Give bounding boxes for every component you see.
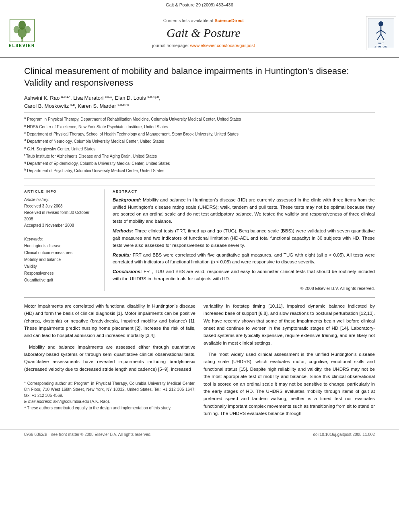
body-left-para1: Motor impairments are correlated with fu… — [24, 302, 195, 339]
article-info-abstract-section: ARTICLE INFO Article history: Received 3… — [24, 185, 375, 291]
journal-logo-section: GAIT & POSTURE — [363, 9, 399, 57]
affiliation-h: h Department of Psychiatry, Columbia Uni… — [24, 167, 375, 174]
body-right-para1: variability in footstep timing [10,11], … — [204, 302, 375, 347]
footnote-corresponding: * Corresponding author at: Program in Ph… — [24, 380, 195, 398]
sciencedirect-name: ScienceDirect — [215, 18, 244, 23]
keyword-3: Mobility and balance — [24, 256, 98, 263]
abstract-results: Results: FRT and BBS were correlated wit… — [113, 252, 375, 266]
abstract-conclusions: Conclusions: FRT, TUG and BBS are valid,… — [113, 268, 375, 283]
body-left-para2: Mobility and balance impairments are ass… — [24, 343, 195, 373]
elsevier-logo: ELSEVIER ELSEVIER — [8, 18, 36, 48]
affiliation-e: e G.H. Sergievsky Center, United States — [24, 146, 375, 152]
body-section: Motor impairments are correlated with fu… — [24, 297, 375, 421]
received-date: Received 3 July 2008 — [24, 203, 98, 210]
keywords-label: Keywords: — [24, 236, 98, 242]
background-text: Mobility and balance in Huntington's dis… — [113, 197, 375, 224]
history-label: Article history: — [24, 197, 98, 203]
citation-text: Gait & Posture 29 (2009) 433–436 — [166, 2, 233, 7]
body-right-column: variability in footstep timing [10,11], … — [204, 302, 375, 421]
abstract-background: Background: Mobility and balance in Hunt… — [113, 197, 375, 225]
footnotes-section: * Corresponding author at: Program in Ph… — [24, 377, 195, 411]
affiliations-block: a Program in Physical Therapy, Departmen… — [24, 112, 375, 179]
methods-text: Three clinical tests (FRT, timed up and … — [113, 228, 375, 248]
results-text: FRT and BBS were correlated with five qu… — [113, 253, 375, 265]
footer-issn: 0966-6362/$ – see front matter © 2008 El… — [24, 432, 152, 437]
keyword-5: Responsiveness — [24, 270, 98, 277]
citation-bar: Gait & Posture 29 (2009) 433–436 — [0, 0, 399, 9]
affiliation-b: b HDSA Center of Excellence, New York St… — [24, 123, 375, 130]
svg-point-3 — [25, 26, 31, 33]
elsevier-tree-icon: ELSEVIER — [8, 18, 36, 43]
affiliation-d: d Department of Neurology, Columbia Univ… — [24, 138, 375, 144]
journal-header-center: Contents lists available at ScienceDirec… — [44, 9, 363, 57]
journal-homepage-url: www.elsevier.com/locate/gaitpost — [190, 43, 255, 48]
footer-bar: 0966-6362/$ – see front matter © 2008 El… — [0, 429, 399, 439]
affiliation-c: c Department of Physical Therapy, School… — [24, 131, 375, 137]
footnote-equal: 1 These authors contributed equally to t… — [24, 405, 195, 411]
article-history: Article history: Received 3 July 2008 Re… — [24, 197, 98, 229]
results-label: Results: — [113, 253, 131, 257]
page-container: Gait & Posture 29 (2009) 433–436 ELSEVIE… — [0, 0, 399, 439]
footer-doi: doi:10.1016/j.gaitpost.2008.11.002 — [313, 432, 375, 437]
authors: Ashwini K. Rao a,b,1,*, Lisa Muratori c,… — [24, 94, 375, 110]
keyword-6: Quantitative gait — [24, 277, 98, 283]
body-left-column: Motor impairments are correlated with fu… — [24, 302, 195, 421]
footnote-email: E-mail address: akr7@columbia.edu (A.K. … — [24, 398, 195, 405]
abstract-copyright: © 2008 Elsevier B.V. All rights reserved… — [113, 286, 375, 291]
background-label: Background: — [113, 197, 141, 202]
affiliation-g: g Department of Epidemiology, Columbia U… — [24, 160, 375, 166]
accepted-date: Accepted 3 November 2008 — [24, 222, 98, 229]
journal-homepage: journal homepage: www.elsevier.com/locat… — [152, 43, 255, 48]
abstract-label: ABSTRACT — [113, 189, 375, 193]
abstract-methods: Methods: Three clinical tests (FRT, time… — [113, 228, 375, 249]
svg-text:ELSEVIER: ELSEVIER — [17, 39, 27, 41]
sciencedirect-link: Contents lists available at ScienceDirec… — [163, 18, 244, 23]
keywords-section: Keywords: Huntington's disease Clinical … — [24, 236, 98, 283]
article-content: Clinical measurement of mobility and bal… — [0, 58, 399, 429]
affiliation-f: f Taub Institute for Alzheimer's Disease… — [24, 153, 375, 159]
gait-posture-logo-icon: GAIT & POSTURE — [368, 18, 394, 48]
affiliation-a: a Program in Physical Therapy, Departmen… — [24, 116, 375, 122]
divider — [24, 233, 98, 233]
revised-date: Received in revised form 30 October 2008 — [24, 210, 98, 222]
keyword-4: Validity — [24, 263, 98, 270]
journal-header: ELSEVIER ELSEVIER Contents lists availab… — [0, 9, 399, 58]
svg-point-2 — [13, 26, 19, 33]
abstract-column: ABSTRACT Background: Mobility and balanc… — [113, 189, 375, 291]
svg-point-8 — [378, 21, 383, 26]
article-title: Clinical measurement of mobility and bal… — [24, 66, 375, 88]
svg-text:& POSTURE: & POSTURE — [374, 45, 387, 48]
abstract-text: Background: Mobility and balance in Hunt… — [113, 197, 375, 283]
methods-label: Methods: — [113, 228, 133, 233]
gait-posture-logo: GAIT & POSTURE — [366, 16, 396, 50]
article-info-label: ARTICLE INFO — [24, 189, 98, 193]
body-right-para2: The most widely used clinical assessment… — [204, 351, 375, 417]
svg-point-4 — [18, 21, 25, 29]
conclusions-label: Conclusions: — [113, 269, 142, 274]
elsevier-logo-section: ELSEVIER ELSEVIER — [0, 9, 44, 57]
journal-title: Gait & Posture — [167, 26, 241, 40]
svg-text:GAIT: GAIT — [378, 42, 384, 45]
keyword-2: Clinical outcome measures — [24, 249, 98, 256]
article-info-column: ARTICLE INFO Article history: Received 3… — [24, 189, 105, 291]
conclusions-text: FRT, TUG and BBS are valid, responsive a… — [113, 269, 375, 281]
elsevier-text: ELSEVIER — [9, 43, 35, 48]
keyword-1: Huntington's disease — [24, 242, 98, 249]
